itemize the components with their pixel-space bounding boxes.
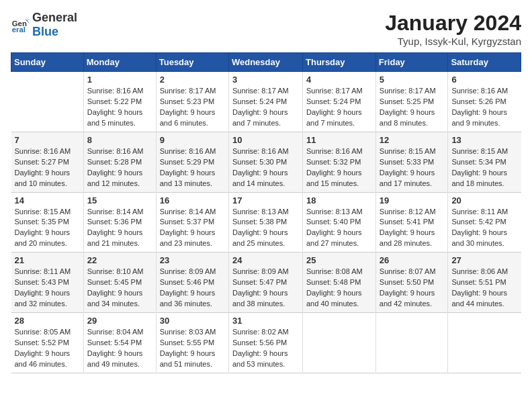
cell-info: Sunrise: 8:16 AMSunset: 5:28 PMDaylight:… <box>87 146 152 189</box>
daylight: Daylight: 9 hours and 7 minutes. <box>232 108 288 127</box>
day-number: 16 <box>160 195 225 205</box>
calendar-cell: 20Sunrise: 8:11 AMSunset: 5:42 PMDayligh… <box>448 192 521 253</box>
day-number: 21 <box>15 255 80 265</box>
sunrise: Sunrise: 8:02 AM <box>232 328 289 336</box>
cell-info: Sunrise: 8:06 AMSunset: 5:51 PMDaylight:… <box>451 267 517 310</box>
daylight: Daylight: 9 hours and 15 minutes. <box>306 169 362 187</box>
sunrise: Sunrise: 8:09 AM <box>232 267 289 275</box>
sunset: Sunset: 5:28 PM <box>87 158 142 166</box>
sunrise: Sunrise: 8:16 AM <box>451 87 508 95</box>
daylight: Daylight: 9 hours and 51 minutes. <box>160 349 216 368</box>
sunset: Sunset: 5:37 PM <box>160 218 214 226</box>
sunset: Sunset: 5:41 PM <box>380 218 434 226</box>
day-number: 27 <box>451 255 517 265</box>
calendar-cell: 10Sunrise: 8:16 AMSunset: 5:30 PMDayligh… <box>228 132 302 192</box>
calendar-cell: 28Sunrise: 8:05 AMSunset: 5:52 PMDayligh… <box>11 313 84 373</box>
daylight: Daylight: 9 hours and 18 minutes. <box>451 169 507 187</box>
cell-info: Sunrise: 8:08 AMSunset: 5:48 PMDaylight:… <box>306 267 372 310</box>
calendar-cell: 31Sunrise: 8:02 AMSunset: 5:56 PMDayligh… <box>228 313 302 373</box>
calendar-cell <box>303 313 376 373</box>
day-number: 26 <box>380 255 445 265</box>
sunrise: Sunrise: 8:06 AM <box>451 267 508 275</box>
day-number: 17 <box>232 195 299 205</box>
cell-info: Sunrise: 8:16 AMSunset: 5:29 PMDaylight:… <box>160 146 225 189</box>
day-number: 3 <box>232 75 299 85</box>
sunrise: Sunrise: 8:16 AM <box>15 147 71 155</box>
cell-info: Sunrise: 8:13 AMSunset: 5:38 PMDaylight:… <box>232 207 299 250</box>
daylight: Daylight: 9 hours and 12 minutes. <box>87 169 143 187</box>
daylight: Daylight: 9 hours and 38 minutes. <box>232 289 288 308</box>
sunset: Sunset: 5:48 PM <box>306 278 361 286</box>
svg-text:eral: eral <box>12 26 26 34</box>
sunrise: Sunrise: 8:11 AM <box>451 208 508 216</box>
week-row-1: 1Sunrise: 8:16 AMSunset: 5:22 PMDaylight… <box>11 72 521 132</box>
sunset: Sunset: 5:23 PM <box>160 97 214 105</box>
col-thursday: Thursday <box>303 53 376 72</box>
sunrise: Sunrise: 8:16 AM <box>87 147 144 155</box>
sunset: Sunset: 5:42 PM <box>451 218 506 226</box>
sunset: Sunset: 5:51 PM <box>451 278 506 286</box>
daylight: Daylight: 9 hours and 40 minutes. <box>306 289 362 308</box>
day-number: 14 <box>15 195 80 205</box>
sunrise: Sunrise: 8:12 AM <box>380 208 436 216</box>
cell-info: Sunrise: 8:10 AMSunset: 5:45 PMDaylight:… <box>87 267 152 310</box>
daylight: Daylight: 9 hours and 9 minutes. <box>451 108 507 127</box>
sunset: Sunset: 5:36 PM <box>87 218 142 226</box>
cell-info: Sunrise: 8:14 AMSunset: 5:37 PMDaylight:… <box>160 207 225 250</box>
sunrise: Sunrise: 8:16 AM <box>306 147 363 155</box>
cell-info: Sunrise: 8:16 AMSunset: 5:27 PMDaylight:… <box>15 146 80 189</box>
sunset: Sunset: 5:55 PM <box>160 338 214 347</box>
calendar-body: 1Sunrise: 8:16 AMSunset: 5:22 PMDaylight… <box>11 72 521 373</box>
sunrise: Sunrise: 8:15 AM <box>380 147 436 155</box>
header: Gen eral General Blue January 2024 Tyup,… <box>11 11 521 47</box>
calendar-cell <box>11 72 84 132</box>
calendar-cell <box>448 313 521 373</box>
sunset: Sunset: 5:47 PM <box>232 278 287 286</box>
calendar-cell: 13Sunrise: 8:15 AMSunset: 5:34 PMDayligh… <box>448 132 521 192</box>
cell-info: Sunrise: 8:16 AMSunset: 5:26 PMDaylight:… <box>451 86 517 129</box>
sunrise: Sunrise: 8:15 AM <box>451 147 508 155</box>
daylight: Daylight: 9 hours and 53 minutes. <box>232 349 288 368</box>
logo-wordmark: General Blue <box>32 11 77 39</box>
calendar-header: Sunday Monday Tuesday Wednesday Thursday… <box>11 53 521 72</box>
col-friday: Friday <box>375 53 448 72</box>
daylight: Daylight: 9 hours and 30 minutes. <box>451 228 507 247</box>
sunset: Sunset: 5:27 PM <box>15 158 69 166</box>
day-number: 13 <box>451 135 517 145</box>
calendar-cell: 21Sunrise: 8:11 AMSunset: 5:43 PMDayligh… <box>11 253 84 313</box>
calendar-cell: 11Sunrise: 8:16 AMSunset: 5:32 PMDayligh… <box>303 132 376 192</box>
cell-info: Sunrise: 8:17 AMSunset: 5:25 PMDaylight:… <box>380 86 445 129</box>
day-number: 20 <box>451 195 517 205</box>
daylight: Daylight: 9 hours and 49 minutes. <box>87 349 143 368</box>
cell-info: Sunrise: 8:02 AMSunset: 5:56 PMDaylight:… <box>232 327 299 370</box>
sunrise: Sunrise: 8:17 AM <box>380 87 436 95</box>
title-area: January 2024 Tyup, Issyk-Kul, Kyrgyzstan <box>385 11 521 47</box>
calendar-cell: 24Sunrise: 8:09 AMSunset: 5:47 PMDayligh… <box>228 253 302 313</box>
calendar-cell: 17Sunrise: 8:13 AMSunset: 5:38 PMDayligh… <box>228 192 302 253</box>
sunset: Sunset: 5:45 PM <box>87 278 142 286</box>
col-saturday: Saturday <box>448 53 521 72</box>
calendar-cell: 3Sunrise: 8:17 AMSunset: 5:24 PMDaylight… <box>228 72 302 132</box>
sunrise: Sunrise: 8:11 AM <box>15 267 71 275</box>
sunset: Sunset: 5:40 PM <box>306 218 361 226</box>
calendar-cell: 18Sunrise: 8:13 AMSunset: 5:40 PMDayligh… <box>303 192 376 253</box>
calendar-cell: 12Sunrise: 8:15 AMSunset: 5:33 PMDayligh… <box>375 132 448 192</box>
calendar-cell: 23Sunrise: 8:09 AMSunset: 5:46 PMDayligh… <box>156 253 228 313</box>
calendar-cell: 8Sunrise: 8:16 AMSunset: 5:28 PMDaylight… <box>83 132 156 192</box>
cell-info: Sunrise: 8:15 AMSunset: 5:34 PMDaylight:… <box>451 146 517 189</box>
subtitle: Tyup, Issyk-Kul, Kyrgyzstan <box>385 36 521 47</box>
calendar-cell: 25Sunrise: 8:08 AMSunset: 5:48 PMDayligh… <box>303 253 376 313</box>
cell-info: Sunrise: 8:09 AMSunset: 5:47 PMDaylight:… <box>232 267 299 310</box>
cell-info: Sunrise: 8:15 AMSunset: 5:35 PMDaylight:… <box>15 207 80 250</box>
daylight: Daylight: 9 hours and 5 minutes. <box>87 108 143 127</box>
sunset: Sunset: 5:25 PM <box>380 97 434 105</box>
day-number: 18 <box>306 195 372 205</box>
calendar-cell: 22Sunrise: 8:10 AMSunset: 5:45 PMDayligh… <box>83 253 156 313</box>
cell-info: Sunrise: 8:03 AMSunset: 5:55 PMDaylight:… <box>160 327 225 370</box>
week-row-2: 7Sunrise: 8:16 AMSunset: 5:27 PMDaylight… <box>11 132 521 192</box>
calendar-cell: 30Sunrise: 8:03 AMSunset: 5:55 PMDayligh… <box>156 313 228 373</box>
calendar-cell: 15Sunrise: 8:14 AMSunset: 5:36 PMDayligh… <box>83 192 156 253</box>
col-wednesday: Wednesday <box>228 53 302 72</box>
logo-blue: Blue <box>32 25 58 38</box>
day-number: 28 <box>15 316 80 326</box>
